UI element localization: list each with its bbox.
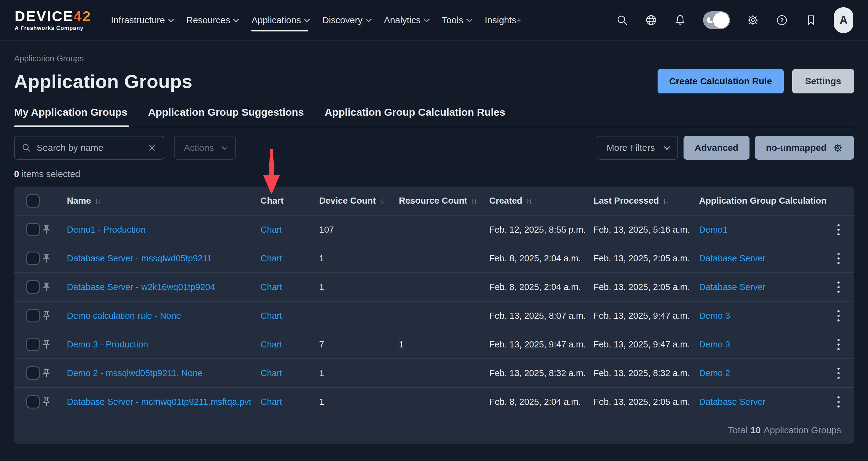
device-count: 1 — [319, 253, 399, 263]
calculation-rule-link[interactable]: Demo 2 — [699, 368, 730, 378]
selection-status: 0 items selected — [14, 169, 854, 179]
table-row: Database Server - mcmwq01tp9211.msftqa.p… — [14, 388, 854, 417]
toolbar: Actions More Filters Advanced no-unmappe… — [14, 136, 854, 160]
chart-link[interactable]: Chart — [260, 311, 282, 321]
row-checkbox[interactable] — [26, 280, 40, 294]
gear-icon[interactable] — [747, 14, 759, 26]
resource-count: 1 — [399, 339, 489, 350]
pin-icon[interactable] — [41, 368, 52, 378]
column-header-name[interactable]: Name↑↓ — [60, 196, 260, 206]
toggle-knob — [713, 12, 729, 28]
column-header-device-count[interactable]: Device Count↑↓ — [319, 196, 399, 206]
nav-applications[interactable]: Applications — [251, 11, 308, 30]
last-processed-date: Feb. 13, 2025, 9:47 a.m. — [593, 311, 699, 321]
row-checkbox[interactable] — [26, 366, 40, 380]
nav-tools[interactable]: Tools — [442, 11, 471, 30]
group-name-link[interactable]: Demo 3 - Production — [67, 339, 148, 349]
chart-link[interactable]: Chart — [260, 282, 282, 292]
bell-icon[interactable] — [674, 14, 686, 26]
nav-insights[interactable]: Insights+ — [485, 11, 522, 30]
calculation-rule-link[interactable]: Demo 3 — [699, 339, 730, 349]
chevron-down-icon — [168, 16, 174, 22]
chart-link[interactable]: Chart — [260, 368, 282, 378]
created-date: Feb. 8, 2025, 2:04 a.m. — [489, 253, 593, 263]
advanced-button[interactable]: Advanced — [684, 136, 749, 160]
calculation-rule-link[interactable]: Demo1 — [699, 225, 728, 234]
pin-icon[interactable] — [41, 396, 52, 407]
chart-link[interactable]: Chart — [260, 339, 282, 349]
help-icon[interactable]: ? — [776, 14, 788, 26]
column-header-last-processed[interactable]: Last Processed↑↓ — [593, 196, 699, 206]
group-name-link[interactable]: Demo 2 - mssqlwd05tp9211, None — [67, 368, 203, 378]
group-name-link[interactable]: Database Server - mssqlwd05tp9211 — [67, 253, 212, 263]
created-date: Feb. 8, 2025, 2:04 a.m. — [489, 282, 593, 292]
calculation-rule-link[interactable]: Demo 3 — [699, 311, 730, 321]
row-checkbox[interactable] — [26, 395, 40, 408]
application-groups-table: Name↑↓ Chart Device Count↑↓ Resource Cou… — [14, 187, 854, 444]
column-header-created[interactable]: Created↑↓ — [489, 196, 593, 206]
clear-search-icon[interactable] — [147, 143, 157, 153]
search-input[interactable] — [37, 142, 142, 153]
pin-icon[interactable] — [41, 224, 52, 235]
pin-icon[interactable] — [41, 253, 52, 264]
row-checkbox[interactable] — [26, 338, 40, 351]
pin-icon[interactable] — [41, 282, 52, 293]
user-avatar[interactable]: A — [834, 7, 853, 33]
nav-infrastructure[interactable]: Infrastructure — [111, 11, 172, 30]
row-checkbox[interactable] — [26, 252, 40, 265]
topbar-actions: ? A — [616, 7, 853, 33]
table-row: Demo calculation rule - None Chart Feb. … — [14, 302, 854, 330]
chart-link[interactable]: Chart — [260, 253, 282, 263]
dark-mode-toggle[interactable] — [703, 11, 730, 29]
tab-my-application-groups[interactable]: My Application Groups — [14, 106, 129, 127]
tab-application-group-calculation-rules[interactable]: Application Group Calculation Rules — [325, 106, 507, 127]
created-date: Feb. 13, 2025, 9:47 a.m. — [489, 339, 593, 350]
group-name-link[interactable]: Database Server - w2k16wq01tp9204 — [67, 282, 215, 292]
column-header-resource-count[interactable]: Resource Count↑↓ — [399, 196, 489, 206]
calculation-rule-link[interactable]: Database Server — [699, 282, 766, 292]
table-row: Database Server - w2k16wq01tp9204 Chart … — [14, 273, 854, 302]
search-icon[interactable] — [616, 14, 628, 26]
device42-logo[interactable]: DEVICE42 A Freshworks Company — [15, 8, 91, 31]
calculation-rule-link[interactable]: Database Server — [699, 397, 766, 407]
logo-tagline: A Freshworks Company — [15, 25, 91, 31]
group-name-link[interactable]: Database Server - mcmwq01tp9211.msftqa.p… — [67, 397, 251, 407]
pin-icon[interactable] — [41, 339, 52, 350]
calculation-rule-link[interactable]: Database Server — [699, 253, 766, 263]
settings-button[interactable]: Settings — [792, 69, 854, 93]
row-menu-icon[interactable] — [831, 365, 846, 381]
bookmark-icon[interactable] — [805, 14, 817, 26]
sort-icon: ↑↓ — [95, 197, 100, 205]
group-name-link[interactable]: Demo1 - Production — [67, 225, 146, 234]
device-count: 107 — [319, 225, 399, 235]
pin-icon[interactable] — [41, 310, 52, 321]
select-all-checkbox[interactable] — [26, 194, 40, 208]
row-menu-icon[interactable] — [831, 251, 846, 266]
row-menu-icon[interactable] — [831, 222, 846, 237]
group-name-link[interactable]: Demo calculation rule - None — [67, 311, 181, 321]
chart-link[interactable]: Chart — [260, 397, 282, 407]
row-menu-icon[interactable] — [831, 337, 846, 352]
sort-icon: ↑↓ — [526, 197, 531, 205]
create-calculation-rule-button[interactable]: Create Calculation Rule — [657, 69, 784, 93]
more-filters-dropdown[interactable]: More Filters — [597, 136, 678, 160]
row-checkbox[interactable] — [26, 309, 40, 322]
saved-filter-button[interactable]: no-unmapped — [755, 136, 854, 160]
avatar-initial: A — [840, 14, 847, 27]
table-header-row: Name↑↓ Chart Device Count↑↓ Resource Cou… — [14, 187, 854, 216]
nav-resources[interactable]: Resources — [186, 11, 237, 30]
chart-link[interactable]: Chart — [260, 225, 282, 234]
globe-icon[interactable] — [645, 14, 657, 26]
tab-application-group-suggestions[interactable]: Application Group Suggestions — [148, 106, 306, 127]
row-checkbox[interactable] — [26, 223, 40, 236]
row-menu-icon[interactable] — [831, 308, 846, 323]
nav-analytics[interactable]: Analytics — [384, 11, 428, 30]
row-menu-icon[interactable] — [831, 394, 846, 409]
actions-dropdown[interactable]: Actions — [174, 136, 236, 160]
table-footer: Total 10 Application Groups — [14, 417, 854, 444]
sort-icon: ↑↓ — [662, 197, 668, 205]
table-row: Demo 2 - mssqlwd05tp9211, None Chart 1 F… — [14, 359, 854, 388]
device-count: 1 — [319, 397, 399, 407]
row-menu-icon[interactable] — [831, 279, 846, 295]
nav-discovery[interactable]: Discovery — [322, 11, 370, 30]
